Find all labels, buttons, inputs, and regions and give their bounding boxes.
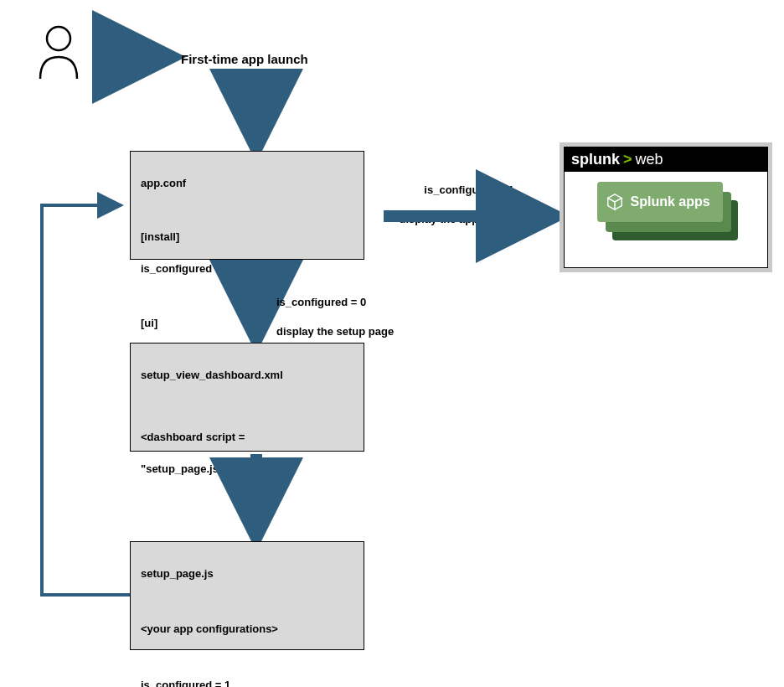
branch-down-l2: display the setup page <box>276 325 394 338</box>
splunk-web-panel: splunk > web Splunk apps <box>560 142 772 272</box>
package-icon <box>606 193 624 211</box>
user-icon <box>34 23 84 82</box>
box-app-conf: app.conf [install] is_configured = ? [ui… <box>130 151 364 260</box>
box-setup-view-dashboard-xml: setup_view_dashboard.xml <dashboard scri… <box>130 343 364 452</box>
box-setup-page-js: setup_page.js <your app configurations> … <box>130 541 364 650</box>
branch-down-l1: is_configured = 0 <box>276 296 366 308</box>
arrow-setupjs-to-appconf-loop <box>34 199 142 610</box>
svg-point-0 <box>47 27 70 50</box>
setupxml-line1: <dashboard script = <box>141 430 353 446</box>
splunk-brand-1: splunk <box>571 151 620 168</box>
appconf-install-section: [install] <box>141 230 353 245</box>
arrow-user-to-title <box>92 40 176 74</box>
setupjs-isconfigured: is_configured = 1 <box>141 678 353 687</box>
splunk-brand-2: web <box>636 151 663 168</box>
appconf-filename: app.conf <box>141 176 353 192</box>
splunk-web-header: splunk > web <box>565 147 767 172</box>
splunk-apps-stack: Splunk apps <box>597 182 735 240</box>
setupjs-filename: setup_page.js <box>141 566 353 582</box>
arrow-appconf-to-setupxml <box>240 261 273 345</box>
arrow-setupxml-to-setupjs <box>240 454 273 543</box>
diagram-title: First-time app launch <box>181 52 308 66</box>
arrow-title-to-appconf <box>240 70 273 154</box>
branch-right-l1: is_configured = 1 <box>424 183 513 196</box>
setupjs-configurations: <your app configurations> <box>141 622 353 638</box>
splunk-gt-icon: > <box>623 151 632 168</box>
splunk-apps-label: Splunk apps <box>631 194 710 209</box>
arrow-appconf-to-splunkweb <box>384 199 560 233</box>
branch-configured-0-label: is_configured = 0 display the setup page <box>276 280 427 338</box>
setupxml-filename: setup_view_dashboard.xml <box>141 368 353 384</box>
